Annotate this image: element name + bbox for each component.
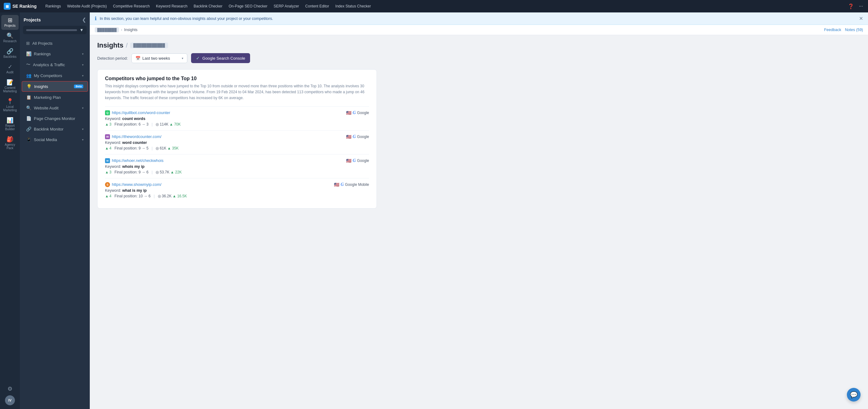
sidebar-insights[interactable]: 💡 Insights Beta: [22, 81, 88, 92]
report-builder-label: Report Builder: [2, 124, 18, 131]
metrics-row-4: ▲4 Final position: 10 → 6 | ◎ 36.2K ▲ 16…: [105, 194, 369, 198]
competitor-top-row: Q https://quillbot.com/word-counter 🇺🇸 G…: [105, 110, 369, 115]
project-selector[interactable]: ▼: [23, 26, 87, 34]
analytics-chevron: ▾: [82, 63, 84, 66]
feedback-link[interactable]: Feedback: [824, 28, 841, 32]
competitor-search-info-3: 🇺🇸 G Google: [346, 158, 369, 163]
nav-competitive-research[interactable]: Competitive Research: [111, 3, 152, 10]
marketing-plan-label: Marketing Plan: [34, 95, 84, 100]
insights-label: Insights: [34, 84, 70, 89]
sidebar-social-media[interactable]: 📱 Social Media ▾: [22, 135, 88, 145]
competitor-link-1[interactable]: Q https://quillbot.com/word-counter: [105, 110, 170, 115]
nav-index-status[interactable]: Index Status Checker: [333, 3, 373, 10]
sidebar-backlink-monitor[interactable]: 🔗 Backlink Monitor ▾: [22, 124, 88, 134]
backlink-monitor-chevron: ▾: [82, 127, 84, 131]
breadcrumb-actions: Feedback Notes (59): [824, 28, 863, 32]
sidebar-analytics-traffic[interactable]: 〜 Analytics & Traffic ▾: [22, 59, 88, 70]
content-marketing-label: Content Marketing: [2, 86, 18, 93]
competitor-search-info-4: 🇺🇸 G Google Mobile: [334, 182, 369, 187]
position-change-4: ▲4: [105, 194, 112, 198]
projects-label: Projects: [4, 24, 16, 27]
position-range-1: Final position: 6 → 3: [115, 122, 149, 126]
page-title: Insights: [97, 41, 123, 50]
sidebar-website-audit[interactable]: 🔍 Website Audit ▾: [22, 103, 88, 113]
nav-onpage-seo[interactable]: On-Page SEO Checker: [226, 3, 270, 10]
flag-icon-3: 🇺🇸: [346, 158, 351, 163]
nav-backlink-checker[interactable]: Backlink Checker: [191, 3, 225, 10]
sidebar-item-report-builder[interactable]: 📊 Report Builder: [1, 115, 19, 133]
sidebar-item-local-marketing[interactable]: 📍 Local Marketing: [1, 96, 19, 114]
sidebar-collapse-button[interactable]: ❮: [82, 17, 86, 23]
sidebar-marketing-plan[interactable]: 📋 Marketing Plan: [22, 92, 88, 102]
keyword-value-1: count words: [122, 117, 145, 121]
backlink-monitor-label: Backlink Monitor: [34, 127, 80, 132]
keyword-row-3: Keyword: whois my ip: [105, 165, 369, 169]
competitor-url-1: https://quillbot.com/word-counter: [112, 110, 170, 115]
nav-serp-analyzer[interactable]: SERP Analyzer: [271, 3, 302, 10]
sidebar-item-agency-pack[interactable]: 🎒 Agency Pack: [1, 134, 19, 152]
traffic-metric-1: ◎ 114K ▲ 70K: [156, 122, 181, 126]
user-avatar[interactable]: IV: [5, 395, 15, 405]
competitor-link-4[interactable]: S https://www.showmyip.com/: [105, 182, 161, 187]
metrics-row-1: ▲3 Final position: 6 → 3 | ◎ 114K ▲ 70K: [105, 122, 369, 126]
flag-icon-4: 🇺🇸: [334, 182, 339, 187]
nav-website-audit[interactable]: Website Audit (Projects): [65, 3, 110, 10]
chat-fab-button[interactable]: 💬: [847, 388, 861, 402]
sidebar-my-competitors[interactable]: 👥 My Competitors ▾: [22, 70, 88, 81]
insight-card-title: Competitors who jumped to the Top 10: [105, 76, 369, 81]
competitor-top-row-4: S https://www.showmyip.com/ 🇺🇸 G Google …: [105, 182, 369, 187]
nav-keyword-research[interactable]: Keyword Research: [153, 3, 190, 10]
period-select-dropdown[interactable]: 📅 Last two weeks ▾: [131, 54, 187, 63]
content-marketing-icon: 📝: [6, 80, 13, 85]
sidebar-item-projects[interactable]: ⊞ Projects: [1, 15, 19, 30]
traffic-metric-2: ◎ 61K ▲ 35K: [156, 146, 179, 150]
keyword-row-1: Keyword: count words: [105, 117, 369, 121]
backlinks-label: Backlinks: [3, 55, 17, 58]
keyword-row-2: Keyword: word counter: [105, 141, 369, 145]
competitors-label: My Competitors: [34, 74, 80, 78]
analytics-icon: 〜: [26, 62, 30, 67]
traffic-up-3: ▲ 22K: [170, 170, 182, 174]
sidebar-all-projects[interactable]: ⊞ All Projects: [22, 38, 88, 48]
sidebar-page-changes-monitor[interactable]: 📄 Page Changes Monitor: [22, 113, 88, 123]
competitor-url-4: https://www.showmyip.com/: [112, 182, 161, 187]
competitor-row: Q https://quillbot.com/word-counter 🇺🇸 G…: [105, 106, 369, 130]
marketing-plan-icon: 📋: [26, 95, 31, 100]
nav-content-editor[interactable]: Content Editor: [303, 3, 332, 10]
website-audit-chevron: ▾: [82, 106, 84, 110]
competitors-chevron: ▾: [82, 74, 84, 78]
all-projects-icon: ⊞: [26, 41, 30, 46]
info-banner-close[interactable]: ✕: [859, 16, 863, 22]
position-range-4: Final position: 10 → 6: [115, 194, 151, 198]
position-range-3: Final position: 9 → 6: [115, 170, 149, 174]
backlinks-icon: 🔗: [6, 49, 13, 54]
logo-icon: ▦: [4, 3, 10, 10]
sidebar-item-audit[interactable]: ✓ Audit: [1, 62, 19, 77]
help-icon[interactable]: ❓: [846, 2, 855, 10]
page-body: Insights / ████████████ Detection period…: [90, 35, 868, 409]
position-change-2: ▲4: [105, 146, 112, 150]
breadcrumb: ████████ › Insights: [95, 27, 137, 32]
traffic-icon-3: ◎: [156, 170, 159, 174]
sidebar-item-content-marketing[interactable]: 📝 Content Marketing: [1, 77, 19, 95]
website-audit-icon: 🔍: [26, 105, 31, 110]
keyword-row-4: Keyword: what is my ip: [105, 188, 369, 193]
nav-rankings[interactable]: Rankings: [43, 3, 63, 10]
brand-name: SE Ranking: [12, 4, 37, 9]
analytics-label: Analytics & Traffic: [33, 62, 80, 67]
search-engine-label-3: Google: [357, 158, 369, 163]
google-search-console-button[interactable]: ✓ Google Search Console: [191, 53, 250, 63]
sidebar-rankings[interactable]: 📊 Rankings ▾: [22, 49, 88, 59]
detection-label: Detection period:: [97, 56, 128, 61]
competitor-url-3: https://whoer.net/checkwhois: [112, 158, 163, 163]
brand-logo[interactable]: ▦ SE Ranking: [4, 3, 38, 10]
sidebar-item-research[interactable]: 🔍 Research: [1, 30, 19, 46]
more-icon[interactable]: ···: [858, 2, 864, 10]
google-logo-4: G: [340, 182, 344, 187]
backlink-monitor-icon: 🔗: [26, 126, 31, 132]
notes-link[interactable]: Notes (59): [845, 28, 863, 32]
settings-icon-item[interactable]: ⚙: [1, 383, 19, 394]
competitor-link-2[interactable]: W https://thewordcounter.com/: [105, 134, 161, 139]
sidebar-item-backlinks[interactable]: 🔗 Backlinks: [1, 46, 19, 61]
competitor-link-3[interactable]: w https://whoer.net/checkwhois: [105, 158, 163, 163]
